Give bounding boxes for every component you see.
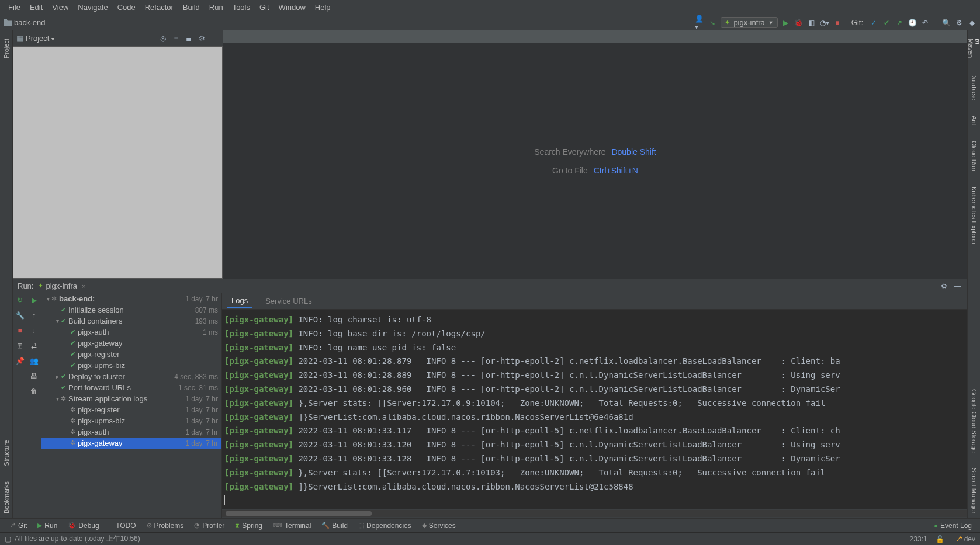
menu-help[interactable]: Help <box>310 3 335 12</box>
status-linecol[interactable]: 233:1 <box>910 535 927 543</box>
menu-navigate[interactable]: Navigate <box>73 3 112 12</box>
status-hide-icon[interactable]: ▢ <box>5 535 11 543</box>
task-row[interactable]: ▾✲Stream application logs1 day, 7 hr <box>41 393 221 404</box>
task-row[interactable]: ✔Initialize session807 ms <box>41 304 221 315</box>
task-row[interactable]: ▾✲back-end:1 day, 7 hr <box>41 293 221 304</box>
rerun-icon[interactable]: ↻ <box>15 296 25 305</box>
task-row[interactable]: ▾✔Build containers193 ms <box>41 315 221 327</box>
menu-view[interactable]: View <box>47 3 73 12</box>
right-tab-maven[interactable]: mMaven <box>966 34 981 63</box>
settings-icon[interactable]: ⚙ <box>954 18 964 27</box>
layout-icon[interactable]: ⊞ <box>15 341 25 350</box>
task-row[interactable]: ✔pigx-upms-biz <box>41 360 221 371</box>
coverage-icon[interactable]: ◧ <box>807 18 816 27</box>
right-tab-ant[interactable]: Ant <box>969 111 979 130</box>
status-lock[interactable]: 🔓 <box>936 535 946 543</box>
collapse-all-icon[interactable]: ≣ <box>184 34 193 43</box>
menu-tools[interactable]: Tools <box>228 3 255 12</box>
bottom-tab-eventlog[interactable]: ●Event Log <box>929 522 976 530</box>
locate-icon[interactable]: ◎ <box>158 34 168 43</box>
menu-run[interactable]: Run <box>205 3 228 12</box>
right-tab-k8s[interactable]: Kubernetes Explorer <box>969 182 979 249</box>
bottom-tab-run[interactable]: ▶Run <box>33 522 62 530</box>
scrollbar-thumb[interactable] <box>226 511 372 516</box>
task-row[interactable]: ✲pigx-upms-biz1 day, 7 hr <box>41 415 221 426</box>
continue-icon[interactable]: ▶ <box>29 296 39 305</box>
task-row[interactable]: ✲pigx-register1 day, 7 hr <box>41 404 221 415</box>
git-commit-icon[interactable]: ✔ <box>882 18 891 27</box>
menu-code[interactable]: Code <box>113 3 140 12</box>
project-tree-body[interactable] <box>13 46 223 279</box>
run-hide-icon[interactable]: — <box>953 282 962 291</box>
bottom-tab-services[interactable]: ◆Services <box>417 522 460 530</box>
menu-file[interactable]: File <box>4 3 25 12</box>
add-user-icon[interactable]: 👥 <box>29 356 39 366</box>
status-branch[interactable]: ⎇dev <box>954 535 975 543</box>
run-task-tree[interactable]: ▾✲back-end:1 day, 7 hr✔Initialize sessio… <box>41 293 222 518</box>
account-icon[interactable]: 👤▾ <box>695 18 704 27</box>
run-header-config[interactable]: pigx-infra <box>46 282 77 290</box>
profile-icon[interactable]: ◔▾ <box>820 18 829 27</box>
bottom-tab-terminal[interactable]: ⌨Terminal <box>268 522 316 530</box>
right-tab-cloudrun[interactable]: Cloud Run <box>969 136 979 176</box>
bottom-tab-git[interactable]: ⎇Git <box>4 522 32 530</box>
ide-logo-icon[interactable]: ◆ <box>967 18 976 27</box>
run-config-dropdown[interactable]: ✦ pigx-infra ▼ <box>721 17 777 28</box>
git-rollback-icon[interactable]: ↶ <box>920 18 930 27</box>
git-history-icon[interactable]: 🕘 <box>908 18 917 27</box>
toggle-wrap-icon[interactable]: ⇄ <box>29 341 39 350</box>
console-tab-logs[interactable]: Logs <box>227 294 252 308</box>
menu-window[interactable]: Window <box>274 3 310 12</box>
task-row[interactable]: ▸✔Deploy to cluster4 sec, 883 ms <box>41 371 221 382</box>
breadcrumb-project[interactable]: back-end <box>14 18 45 27</box>
bottom-tab-profiler[interactable]: ◔Profiler <box>189 522 229 530</box>
run-icon[interactable]: ▶ <box>781 18 791 27</box>
panel-hide-icon[interactable]: — <box>210 34 219 43</box>
editor-tabstrip[interactable] <box>223 30 967 43</box>
git-push-icon[interactable]: ↗ <box>895 18 904 27</box>
down-icon[interactable]: ↓ <box>29 326 39 335</box>
project-tool-window: ▦ Project ◎ ≡ ≣ ⚙ — <box>13 30 223 279</box>
right-tab-gcs[interactable]: Google Cloud Storage <box>969 384 979 457</box>
stop-icon[interactable]: ■ <box>833 18 842 27</box>
task-row[interactable]: ✔Port forward URLs1 sec, 31 ms <box>41 382 221 393</box>
project-panel-title[interactable]: Project <box>26 34 54 43</box>
bottom-tab-build[interactable]: 🔨Build <box>317 522 352 530</box>
stop-run-icon[interactable]: ■ <box>15 326 25 335</box>
panel-gear-icon[interactable]: ⚙ <box>197 34 206 43</box>
bottom-tab-spring[interactable]: ⧗Spring <box>230 522 267 530</box>
task-row[interactable]: ✔pigx-auth1 ms <box>41 327 221 338</box>
console-output[interactable]: [pigx-gateway] INFO: log charset is: utf… <box>222 310 967 509</box>
left-tab-project[interactable]: Project <box>2 34 11 63</box>
up-icon[interactable]: ↑ <box>29 311 39 320</box>
console-hscrollbar[interactable] <box>222 510 967 517</box>
menu-git[interactable]: Git <box>255 3 274 12</box>
right-tab-database[interactable]: Database <box>969 68 979 105</box>
menu-refactor[interactable]: Refactor <box>140 3 178 12</box>
console-tab-urls[interactable]: Service URLs <box>261 294 316 308</box>
run-gear-icon[interactable]: ⚙ <box>939 282 948 291</box>
menu-edit[interactable]: Edit <box>25 3 47 12</box>
trash-icon[interactable]: 🗑 <box>29 387 39 396</box>
debug-icon[interactable]: 🐞 <box>794 18 804 27</box>
task-row[interactable]: ✔pigx-register <box>41 349 221 360</box>
rerun-wrench-icon[interactable]: 🔧 <box>15 311 25 320</box>
bottom-tab-problems[interactable]: ⊘Problems <box>142 522 189 530</box>
expand-all-icon[interactable]: ≡ <box>171 34 181 43</box>
task-row[interactable]: ✲pigx-gateway1 day, 7 hr <box>41 438 221 449</box>
search-icon[interactable]: 🔍 <box>941 18 951 27</box>
task-row[interactable]: ✔pigx-gateway <box>41 338 221 349</box>
bottom-tab-todo[interactable]: ≡TODO <box>105 522 141 530</box>
task-row[interactable]: ✲pigx-auth1 day, 7 hr <box>41 426 221 438</box>
git-update-icon[interactable]: ✓ <box>869 18 878 27</box>
hammer-build-icon[interactable]: ↘ <box>708 18 717 27</box>
left-tab-bookmarks[interactable]: Bookmarks <box>2 477 11 518</box>
run-tab-close-icon[interactable]: × <box>82 283 85 290</box>
left-tab-structure[interactable]: Structure <box>2 435 11 471</box>
print-icon[interactable]: 🖶 <box>29 372 39 381</box>
bottom-tab-dependencies[interactable]: ⬚Dependencies <box>354 522 416 530</box>
menu-build[interactable]: Build <box>178 3 205 12</box>
bottom-tab-debug[interactable]: 🐞Debug <box>63 522 103 530</box>
right-tab-secret[interactable]: Secret Manager <box>969 463 979 518</box>
pin-icon[interactable]: 📌 <box>15 356 25 366</box>
